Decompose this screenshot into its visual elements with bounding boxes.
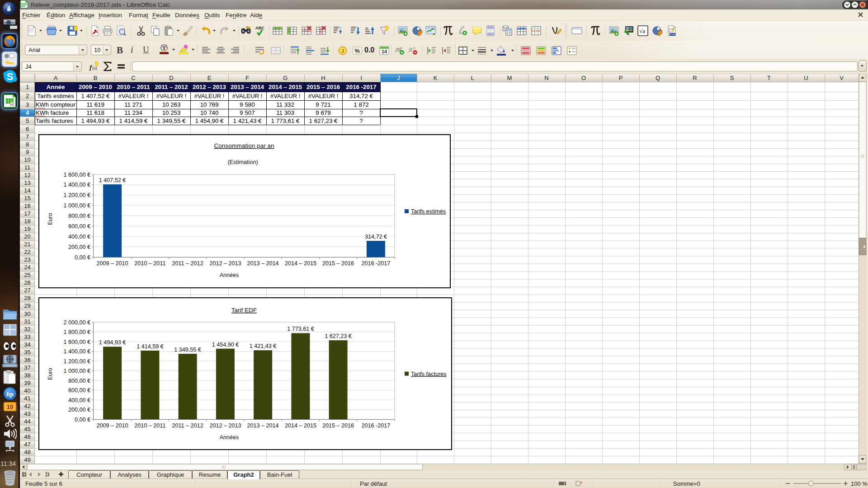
svg-text:31: 31 xyxy=(24,318,30,325)
svg-text:2013 – 2014: 2013 – 2014 xyxy=(247,260,279,267)
svg-text:1 421,43 €: 1 421,43 € xyxy=(250,343,277,349)
svg-text:40: 40 xyxy=(24,387,30,394)
svg-text:1 494,93 €: 1 494,93 € xyxy=(99,339,126,346)
svg-text:47: 47 xyxy=(24,441,30,448)
svg-text:26: 26 xyxy=(24,279,30,286)
svg-text:12: 12 xyxy=(24,172,30,178)
svg-text:2016 -2017: 2016 -2017 xyxy=(346,84,376,90)
svg-text:400,00 €: 400,00 € xyxy=(68,234,90,240)
svg-text:2015 – 2016: 2015 – 2016 xyxy=(322,422,354,429)
svg-text:9 507: 9 507 xyxy=(240,109,255,116)
svg-text:2014 – 2015: 2014 – 2015 xyxy=(285,422,316,429)
svg-text:30: 30 xyxy=(24,310,30,317)
svg-text:KWh facture: KWh facture xyxy=(36,109,69,116)
svg-text:I: I xyxy=(360,75,362,81)
svg-text:33: 33 xyxy=(24,333,30,340)
svg-text:1 407,52 €: 1 407,52 € xyxy=(99,177,126,183)
svg-text:1 200,00 €: 1 200,00 € xyxy=(63,358,90,365)
svg-text:P: P xyxy=(619,75,623,81)
svg-text:2: 2 xyxy=(26,93,29,99)
svg-text:2016 -2017: 2016 -2017 xyxy=(362,260,391,267)
svg-text:23: 23 xyxy=(24,256,30,263)
svg-text:2013 – 2014: 2013 – 2014 xyxy=(247,422,279,429)
svg-text:19: 19 xyxy=(24,225,30,232)
svg-text:9 580: 9 580 xyxy=(240,101,255,108)
svg-text:24: 24 xyxy=(24,264,30,271)
svg-text:O: O xyxy=(581,75,586,81)
svg-text:2009 – 2010: 2009 – 2010 xyxy=(97,260,128,267)
svg-text:1 000,00 €: 1 000,00 € xyxy=(63,202,90,209)
svg-text:*: * xyxy=(580,481,583,486)
svg-text:?: ? xyxy=(359,117,363,124)
svg-text:10 769: 10 769 xyxy=(200,101,219,108)
svg-text:46: 46 xyxy=(24,433,30,440)
svg-text:7: 7 xyxy=(26,133,29,140)
svg-text:1 494,93 €: 1 494,93 € xyxy=(81,117,110,124)
svg-text:#VALEUR !: #VALEUR ! xyxy=(156,93,186,99)
svg-text:25: 25 xyxy=(24,272,30,278)
svg-text:Tarif EDF: Tarif EDF xyxy=(231,307,257,314)
svg-text:400,00 €: 400,00 € xyxy=(68,397,90,404)
svg-text:38: 38 xyxy=(24,372,30,379)
svg-text:2016 -2017: 2016 -2017 xyxy=(362,422,391,429)
svg-text:M: M xyxy=(507,75,512,81)
svg-text:20: 20 xyxy=(24,233,30,240)
svg-text:E: E xyxy=(208,75,212,81)
svg-text:2011 – 2012: 2011 – 2012 xyxy=(155,84,188,90)
svg-text:1 600,00 €: 1 600,00 € xyxy=(63,172,90,178)
svg-text:Tarifs factures: Tarifs factures xyxy=(36,117,73,124)
svg-text:43: 43 xyxy=(24,410,30,417)
svg-text:hp: hp xyxy=(6,390,14,398)
svg-text:10 740: 10 740 xyxy=(200,109,219,116)
svg-text:1 800,00 €: 1 800,00 € xyxy=(63,329,90,335)
svg-text:Années: Années xyxy=(220,434,239,441)
svg-text:28: 28 xyxy=(24,295,30,301)
svg-text:1 400,00 €: 1 400,00 € xyxy=(63,182,90,188)
svg-text:G: G xyxy=(283,75,288,81)
svg-text:(Estimation): (Estimation) xyxy=(227,159,258,165)
svg-text:1 627,23 €: 1 627,23 € xyxy=(309,117,338,124)
svg-text:Tarifs estimés: Tarifs estimés xyxy=(411,208,446,215)
svg-text:L: L xyxy=(471,75,474,81)
svg-text:5: 5 xyxy=(26,117,29,124)
svg-text:S: S xyxy=(730,75,734,81)
svg-text:600,00 €: 600,00 € xyxy=(68,223,90,230)
svg-text:2013 – 2014: 2013 – 2014 xyxy=(231,84,264,90)
svg-text:Euro: Euro xyxy=(47,213,53,225)
svg-text:1 414,59 €: 1 414,59 € xyxy=(119,117,148,124)
svg-text:2015 – 2016: 2015 – 2016 xyxy=(307,84,340,90)
svg-text:A: A xyxy=(54,75,58,81)
svg-text:11 303: 11 303 xyxy=(276,109,294,116)
svg-text:36: 36 xyxy=(24,357,30,363)
svg-text:T: T xyxy=(767,75,771,81)
svg-text:F: F xyxy=(245,75,249,81)
svg-text:37: 37 xyxy=(24,364,30,371)
svg-text:#VALEUR !: #VALEUR ! xyxy=(194,93,224,99)
svg-text:2015 – 2016: 2015 – 2016 xyxy=(322,260,354,267)
svg-text:1 773,61 €: 1 773,61 € xyxy=(271,117,300,124)
svg-text:11 234: 11 234 xyxy=(124,109,142,116)
svg-text:9 721: 9 721 xyxy=(316,101,330,108)
svg-text:3: 3 xyxy=(26,101,29,108)
svg-text:#VALEUR !: #VALEUR ! xyxy=(232,93,262,99)
svg-text:11: 11 xyxy=(24,164,31,171)
svg-text:39: 39 xyxy=(24,380,30,386)
svg-text:1 349,55 €: 1 349,55 € xyxy=(157,117,186,124)
svg-text:2012 – 2013: 2012 – 2013 xyxy=(209,422,241,429)
svg-text:0,00 €: 0,00 € xyxy=(75,417,90,423)
svg-text:800,00 €: 800,00 € xyxy=(68,213,90,219)
svg-text:1 773,61 €: 1 773,61 € xyxy=(287,326,314,332)
svg-text:11 618: 11 618 xyxy=(86,109,104,116)
svg-text:1: 1 xyxy=(26,84,29,90)
svg-text:29: 29 xyxy=(24,302,30,309)
svg-text:H: H xyxy=(321,75,325,81)
svg-text:21: 21 xyxy=(24,241,30,248)
svg-text:22: 22 xyxy=(24,249,30,255)
svg-text:1 349,55 €: 1 349,55 € xyxy=(174,347,201,353)
svg-text:#VALEUR !: #VALEUR ! xyxy=(118,93,148,99)
svg-text:10: 10 xyxy=(7,404,13,410)
svg-text:U: U xyxy=(804,75,808,81)
svg-text:1 414,59 €: 1 414,59 € xyxy=(137,343,164,350)
svg-text:2012 – 2013: 2012 – 2013 xyxy=(193,84,226,90)
svg-text:10 263: 10 263 xyxy=(162,101,181,108)
